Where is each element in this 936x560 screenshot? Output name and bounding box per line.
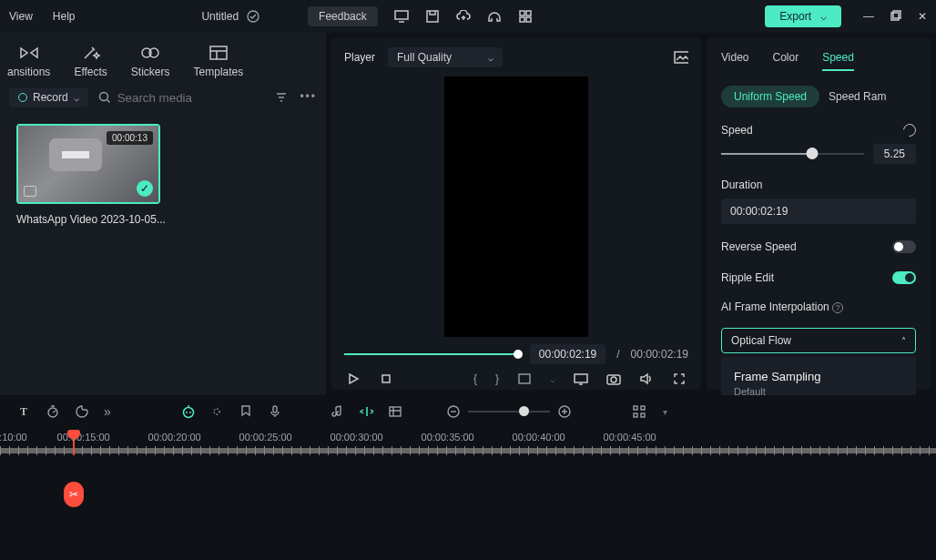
display-icon[interactable] bbox=[574, 372, 588, 386]
tab-label: Templates bbox=[194, 66, 244, 78]
tab-transitions[interactable]: ansitions bbox=[0, 40, 57, 82]
search-input[interactable] bbox=[117, 91, 227, 105]
media-clip[interactable]: 00:00:13 ✓ bbox=[16, 124, 160, 204]
minimize-button[interactable]: ― bbox=[863, 10, 874, 23]
zoom-out-icon[interactable] bbox=[446, 404, 461, 419]
camera-icon[interactable] bbox=[606, 372, 621, 386]
total-time: 00:00:02:19 bbox=[631, 348, 688, 361]
menu-view[interactable]: View bbox=[9, 10, 33, 23]
text-tool-icon[interactable]: T bbox=[16, 404, 31, 419]
player-panel: Player Full Quality ⌵ 00:00:02:19 / 00:0… bbox=[331, 38, 701, 390]
zoom-in-icon[interactable] bbox=[557, 404, 572, 419]
reverse-toggle[interactable] bbox=[892, 240, 916, 253]
svg-rect-8 bbox=[891, 13, 899, 20]
speed-slider[interactable] bbox=[721, 150, 864, 158]
speed-ramp-tab[interactable]: Speed Ram bbox=[829, 90, 886, 103]
tab-color[interactable]: Color bbox=[772, 46, 799, 71]
timeline-ruler[interactable]: 0:10:00 00:00:15:00 00:00:20:00 00:00:25… bbox=[0, 432, 936, 455]
palette-icon[interactable] bbox=[75, 404, 89, 419]
sparkle-icon[interactable] bbox=[209, 404, 224, 419]
svg-rect-25 bbox=[390, 407, 401, 416]
ai-robot-icon[interactable] bbox=[180, 404, 195, 419]
mic-icon[interactable] bbox=[268, 404, 282, 419]
help-icon[interactable]: ? bbox=[832, 302, 843, 313]
ruler-label: 00:00:25:00 bbox=[239, 432, 292, 443]
zoom-slider[interactable] bbox=[468, 409, 550, 414]
quality-dropdown[interactable]: Full Quality ⌵ bbox=[388, 47, 503, 67]
main-area: ansitions Effects Stickers Templates Rec… bbox=[0, 33, 936, 395]
feedback-button[interactable]: Feedback bbox=[308, 6, 378, 26]
qr-icon[interactable] bbox=[518, 9, 533, 24]
reset-icon[interactable] bbox=[900, 121, 919, 139]
playhead[interactable]: ✂ bbox=[73, 432, 75, 455]
saved-check-icon bbox=[246, 9, 260, 24]
progress-bar[interactable] bbox=[344, 351, 519, 357]
export-label: Export bbox=[779, 10, 811, 23]
svg-rect-1 bbox=[395, 11, 408, 19]
reverse-row: Reverse Speed bbox=[707, 231, 931, 262]
mark-out-icon[interactable]: } bbox=[495, 372, 499, 385]
svg-point-0 bbox=[248, 11, 259, 22]
ripple-label: Ripple Edit bbox=[721, 271, 774, 284]
fullscreen-icon[interactable] bbox=[672, 372, 687, 386]
close-button[interactable]: ✕ bbox=[918, 10, 927, 23]
timeline: T » ▾ 0:10:00 00:00:15:00 0 bbox=[0, 395, 936, 560]
media-panel: ansitions Effects Stickers Templates Rec… bbox=[0, 33, 326, 395]
tab-speed[interactable]: Speed bbox=[822, 46, 854, 71]
svg-point-21 bbox=[186, 412, 188, 413]
duration-input[interactable]: 00:00:02:19 bbox=[721, 199, 916, 224]
ripple-toggle[interactable] bbox=[892, 271, 916, 284]
cloud-upload-icon[interactable] bbox=[456, 9, 471, 24]
scissor-icon[interactable]: ✂ bbox=[64, 482, 84, 507]
svg-point-23 bbox=[214, 409, 219, 414]
grid-view-icon[interactable] bbox=[632, 404, 646, 419]
timeline-menu-icon[interactable]: ▾ bbox=[663, 407, 667, 417]
current-time: 00:00:02:19 bbox=[530, 344, 605, 364]
ai-label: AI Frame Interpolation ? bbox=[721, 300, 843, 313]
stop-button[interactable] bbox=[379, 372, 393, 386]
tab-templates[interactable]: Templates bbox=[187, 40, 251, 82]
crop-tool-icon[interactable] bbox=[388, 404, 402, 419]
more-icon[interactable]: ••• bbox=[300, 90, 317, 105]
chevron-down-icon: ⌵ bbox=[820, 10, 827, 23]
headphones-icon[interactable] bbox=[487, 9, 502, 24]
marker-icon[interactable] bbox=[239, 404, 253, 419]
media-tabs: ansitions Effects Stickers Templates bbox=[0, 33, 326, 82]
snapshot-icon[interactable] bbox=[674, 50, 688, 65]
timer-icon[interactable] bbox=[46, 404, 60, 419]
document-title: Untitled bbox=[201, 9, 260, 24]
save-icon[interactable] bbox=[425, 9, 440, 24]
mark-in-icon[interactable]: { bbox=[473, 372, 477, 385]
tab-effects[interactable]: Effects bbox=[66, 40, 114, 82]
uniform-speed-pill[interactable]: Uniform Speed bbox=[721, 86, 819, 107]
menu-help[interactable]: Help bbox=[53, 10, 76, 23]
svg-rect-29 bbox=[641, 406, 645, 410]
svg-rect-15 bbox=[519, 374, 530, 383]
auto-cut-icon[interactable] bbox=[359, 404, 373, 419]
ruler-label: 00:00:35:00 bbox=[422, 432, 474, 443]
filmstrip-icon bbox=[24, 186, 36, 197]
interpolation-dropdown[interactable]: Optical Flow ˄ bbox=[721, 328, 916, 353]
reverse-label: Reverse Speed bbox=[721, 240, 797, 253]
tab-stickers[interactable]: Stickers bbox=[124, 40, 178, 82]
svg-rect-4 bbox=[526, 11, 531, 15]
more-tools-icon[interactable]: » bbox=[104, 404, 111, 419]
record-button[interactable]: Record ⌵ bbox=[9, 87, 88, 107]
crop-ratio-icon[interactable] bbox=[517, 372, 532, 386]
filter-icon[interactable] bbox=[274, 90, 289, 105]
effects-icon bbox=[78, 44, 104, 62]
progress-row: 00:00:02:19 / 00:00:02:19 bbox=[344, 344, 688, 364]
export-button[interactable]: Export ⌵ bbox=[765, 5, 841, 27]
monitor-icon[interactable] bbox=[394, 9, 409, 24]
tab-video[interactable]: Video bbox=[721, 46, 748, 71]
volume-icon[interactable] bbox=[639, 372, 654, 386]
titlebar-center: Untitled Feedback bbox=[75, 6, 765, 26]
maximize-button[interactable] bbox=[890, 10, 901, 23]
svg-rect-3 bbox=[520, 11, 524, 15]
chevron-down-icon[interactable]: ⌵ bbox=[550, 374, 555, 384]
option-title: Frame Sampling bbox=[734, 370, 903, 383]
svg-point-12 bbox=[99, 93, 107, 101]
play-button[interactable] bbox=[346, 372, 361, 386]
speed-value[interactable]: 5.25 bbox=[873, 144, 916, 164]
music-note-icon[interactable] bbox=[330, 404, 344, 419]
